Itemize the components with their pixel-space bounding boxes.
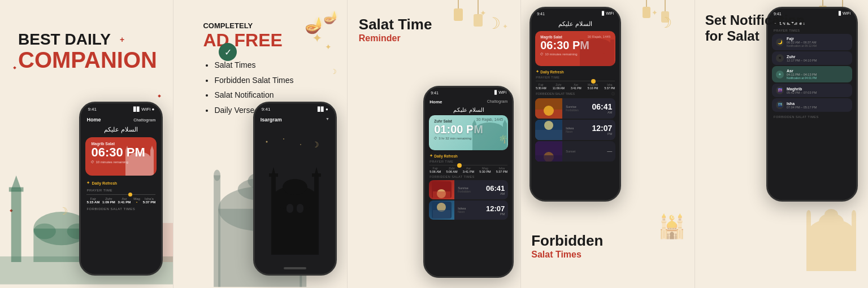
svg-rect-62 <box>643 7 650 18</box>
svg-rect-77 <box>535 155 562 162</box>
panel-forbidden: ☽ ✦ 🕌 Forbidden Salat Times 9:41▊ WiFi ا… <box>520 0 694 288</box>
svg-rect-57 <box>433 191 450 198</box>
svg-rect-42 <box>287 204 293 213</box>
prayer-time-section-1: PRAYER TIME Fajr 5:15 AM Zuhr 1:09 <box>81 187 161 205</box>
forbidden-card-4-sunrise: SunriseForbidden 06:41AM <box>535 98 615 119</box>
svg-point-31 <box>283 138 284 139</box>
isha-time: Isha'a 5:37 PM <box>143 197 156 204</box>
ad-free-text: ✓ COMPLETELY AD FREE Salat Times Forbidd… <box>203 21 293 117</box>
feature-2: Forbidden Salat Times <box>214 73 293 88</box>
asr-time: Asr 3:41 PM <box>118 197 131 204</box>
svg-rect-24 <box>214 175 221 287</box>
lanterns-p4 <box>638 0 678 39</box>
forbidden-card-istiwa: IstiwaNoon 12:07PM <box>429 200 508 220</box>
phone-1: 9:41 ▊▊ WiFi ● Home Chattogram السلام عل… <box>79 102 163 276</box>
svg-rect-50 <box>472 124 476 150</box>
svg-rect-1 <box>11 190 21 262</box>
panel-salat-time: ☽ ✦ ✦ Salat Time Reminder 9:41▊ WiFi Hom… <box>347 0 520 288</box>
svg-marker-53 <box>503 120 507 124</box>
prayer-card-4: Magrib Salat 30 Rajab, 1445 06:30 PM ⏱10… <box>535 31 615 66</box>
prayers-row-3: Fajr5:06 AM Zuhr5:06 AM Asr3:41 PM Mag5:… <box>429 167 507 173</box>
status-4: 9:41▊ WiFi <box>531 8 619 19</box>
svg-rect-39 <box>314 176 319 255</box>
daily-refresh-3: ✦Daily Refresh <box>425 152 512 160</box>
card-mosque-svg <box>123 145 157 176</box>
badge-row: ✓ COMPLETELY AD FREE <box>203 21 293 51</box>
svg-rect-43 <box>297 204 303 213</box>
svg-point-71 <box>544 106 554 116</box>
prayer-times-row-1: Fajr 5:15 AM Zuhr 1:09 PM Asr 3:41 PM Ma… <box>86 197 155 204</box>
status-3: 9:41▊ WiFi <box>425 88 512 98</box>
title-p4: Forbidden <box>531 232 603 250</box>
svg-rect-41 <box>312 173 321 177</box>
svg-rect-67 <box>580 40 584 66</box>
prayer-card-1: Magrib Salat 06:30 PM ⏱10 minutes remain… <box>85 137 157 176</box>
lanterns-svg-p3 <box>447 0 492 40</box>
panel-ad-free: ✦ ✦ ☽ 🪔 🪔 ✓ COMPLETELY AD FREE Salat Tim… <box>173 0 346 288</box>
svg-marker-51 <box>472 120 476 124</box>
forbidden-label-1: FORBIDDEN SALAT TIMES <box>81 205 161 212</box>
fajr-time: Fajr 5:15 AM <box>86 197 99 204</box>
star-deco-2 <box>158 94 161 98</box>
svg-point-35 <box>283 179 307 195</box>
subtitle-p3: Reminder <box>359 33 432 43</box>
svg-marker-18 <box>150 146 154 150</box>
svg-point-14 <box>128 152 151 165</box>
svg-rect-3 <box>9 187 24 192</box>
prayer-card-3: Zuhr Salat 30 Rajab, 1445 01:00 PM ⏱3 hr… <box>429 115 508 150</box>
zuhr-time: Zuhr 1:09 PM <box>102 197 115 204</box>
forbidden-card-sunrise: SunriseForbidden 06:41AM <box>429 180 508 199</box>
svg-rect-17 <box>150 150 154 176</box>
feature-3: Salat Notification <box>214 88 293 103</box>
panel-best-daily-companion: + BEST DAILY COMPANION ☽ 🌴 9:41 ▊▊ Wi <box>0 0 173 288</box>
star-deco-1 <box>13 66 16 69</box>
phone-4: 9:41▊ WiFi السلام عليكم Magrib Salat 30 … <box>530 7 621 202</box>
mosque-deco-p4: 🕌 <box>658 213 686 240</box>
lanterns-p3 <box>447 0 492 42</box>
svg-point-66 <box>581 38 612 54</box>
prayer-section-4: PRAYER TIME Fajr5:30 AM Zuhr11:09 AM Asr… <box>531 76 619 90</box>
asr-row-active: ✦ Asr 04:11 PM – 04:13 PM Notification a… <box>772 66 852 82</box>
svg-rect-60 <box>433 210 450 219</box>
svg-rect-38 <box>269 173 278 177</box>
star-gold-2: ✦ <box>325 42 332 51</box>
mosque-deco-p5 <box>797 198 865 271</box>
feature-4: Daily Verse <box>214 103 293 118</box>
svg-rect-86 <box>806 215 811 271</box>
home-indicator <box>255 267 335 269</box>
forbidden-card-4-istiwa: IstiwaNoon 12:07PM <box>535 120 615 140</box>
forbidden-label-5: FORBIDDEN SALAT TIMES <box>768 113 856 120</box>
lantern-1: 🪔 <box>305 16 324 34</box>
salat-time-text: Salat Time Reminder <box>359 16 432 43</box>
forbidden-card-4-sunset: Sunset — <box>535 141 615 162</box>
phone-2-mosque-svg: ☽ <box>255 130 335 255</box>
arabic-3: السلام عليكم <box>425 106 512 114</box>
svg-rect-88 <box>852 215 856 271</box>
features-list: Salat Times Forbidden Salat Times Salat … <box>203 58 293 117</box>
maghrib-row: 🌆 Maghrib 05:42 PM – 07:03 PM <box>772 84 852 97</box>
mag-time: Mag • <box>133 197 140 204</box>
lantern-2: 🪔 <box>323 10 338 25</box>
daily-refresh-1: ✦Daily Refresh <box>81 178 161 187</box>
forbidden-header-4: FORBIDDEN SALAT TIMESⓘ <box>531 90 619 97</box>
svg-text:☽: ☽ <box>59 206 68 217</box>
status-bar-1: 9:41 ▊▊ WiFi ● <box>81 103 161 115</box>
headline-best-daily: BEST DAILY <box>18 31 157 49</box>
arabic-4: السلام عليكم <box>531 19 619 29</box>
title-p3: Salat Time <box>359 16 432 33</box>
headline-companion: COMPANION <box>18 49 157 71</box>
phone-3: 9:41▊ WiFi Home Chattogram السلام عليكم … <box>423 86 514 278</box>
forbidden-label-3: FORBIDDEN SALAT TIMES <box>425 173 512 179</box>
svg-text:🌴: 🌴 <box>498 134 508 144</box>
svg-marker-16 <box>125 146 129 150</box>
forbidden-text: Forbidden Salat Times <box>531 232 603 260</box>
svg-rect-47 <box>474 14 483 27</box>
svg-rect-15 <box>125 150 129 176</box>
star-p3-2: ✦ <box>502 23 508 30</box>
svg-point-73 <box>544 121 553 130</box>
svg-rect-74 <box>535 130 562 140</box>
phone-2-content: ☽ <box>255 125 335 260</box>
svg-rect-45 <box>454 8 463 21</box>
svg-rect-64 <box>661 11 669 23</box>
svg-rect-68 <box>610 40 614 66</box>
